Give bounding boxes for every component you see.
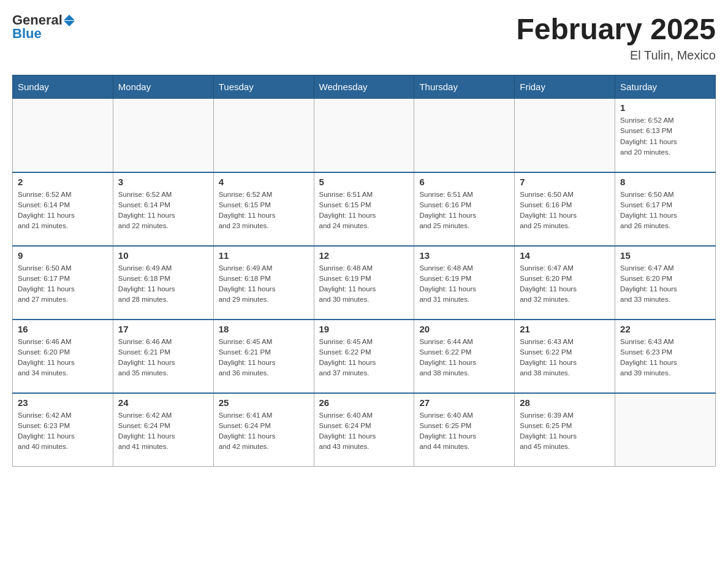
day-number: 10 (118, 250, 208, 261)
calendar-cell: 18Sunrise: 6:45 AM Sunset: 6:21 PM Dayli… (213, 320, 314, 393)
day-info: Sunrise: 6:51 AM Sunset: 6:16 PM Dayligh… (419, 190, 509, 232)
calendar-cell (13, 99, 113, 172)
day-number: 14 (520, 250, 610, 261)
col-monday: Monday (113, 75, 213, 99)
calendar-cell: 20Sunrise: 6:44 AM Sunset: 6:22 PM Dayli… (414, 320, 515, 393)
day-info: Sunrise: 6:48 AM Sunset: 6:19 PM Dayligh… (419, 263, 509, 305)
calendar-cell: 13Sunrise: 6:48 AM Sunset: 6:19 PM Dayli… (414, 246, 515, 320)
calendar-cell: 9Sunrise: 6:50 AM Sunset: 6:17 PM Daylig… (13, 246, 113, 320)
calendar-cell: 10Sunrise: 6:49 AM Sunset: 6:18 PM Dayli… (113, 246, 213, 320)
day-number: 5 (319, 177, 409, 187)
col-sunday: Sunday (13, 75, 113, 99)
calendar-cell: 3Sunrise: 6:52 AM Sunset: 6:14 PM Daylig… (113, 172, 213, 246)
day-info: Sunrise: 6:52 AM Sunset: 6:13 PM Dayligh… (620, 115, 710, 158)
calendar-cell: 1Sunrise: 6:52 AM Sunset: 6:13 PM Daylig… (615, 99, 716, 172)
day-number: 17 (118, 324, 208, 334)
day-info: Sunrise: 6:42 AM Sunset: 6:24 PM Dayligh… (118, 410, 208, 453)
day-info: Sunrise: 6:42 AM Sunset: 6:23 PM Dayligh… (18, 410, 108, 453)
day-number: 2 (18, 177, 108, 187)
day-info: Sunrise: 6:49 AM Sunset: 6:18 PM Dayligh… (219, 263, 309, 305)
day-info: Sunrise: 6:47 AM Sunset: 6:20 PM Dayligh… (620, 263, 710, 305)
day-number: 16 (18, 324, 108, 334)
day-number: 8 (620, 177, 710, 187)
day-info: Sunrise: 6:44 AM Sunset: 6:22 PM Dayligh… (419, 337, 509, 379)
calendar-cell: 23Sunrise: 6:42 AM Sunset: 6:23 PM Dayli… (13, 393, 113, 467)
day-info: Sunrise: 6:43 AM Sunset: 6:23 PM Dayligh… (620, 337, 710, 379)
calendar-cell: 17Sunrise: 6:46 AM Sunset: 6:21 PM Dayli… (113, 320, 213, 393)
day-info: Sunrise: 6:40 AM Sunset: 6:25 PM Dayligh… (419, 410, 509, 453)
calendar-cell: 2Sunrise: 6:52 AM Sunset: 6:14 PM Daylig… (13, 172, 113, 246)
calendar-week-row: 16Sunrise: 6:46 AM Sunset: 6:20 PM Dayli… (13, 320, 716, 393)
day-info: Sunrise: 6:46 AM Sunset: 6:21 PM Dayligh… (118, 337, 208, 379)
calendar-week-row: 1Sunrise: 6:52 AM Sunset: 6:13 PM Daylig… (13, 99, 716, 172)
day-number: 24 (118, 397, 208, 408)
calendar-cell (213, 99, 314, 172)
day-number: 4 (219, 177, 309, 187)
calendar-week-row: 23Sunrise: 6:42 AM Sunset: 6:23 PM Dayli… (13, 393, 716, 467)
day-info: Sunrise: 6:49 AM Sunset: 6:18 PM Dayligh… (118, 263, 208, 305)
calendar-cell (615, 393, 716, 467)
day-number: 9 (18, 250, 108, 261)
day-number: 11 (219, 250, 309, 261)
day-info: Sunrise: 6:45 AM Sunset: 6:22 PM Dayligh… (319, 337, 409, 379)
logo: General Blue (12, 12, 75, 42)
logo-blue: Blue (12, 26, 42, 42)
day-number: 18 (219, 324, 309, 334)
calendar-cell (113, 99, 213, 172)
day-info: Sunrise: 6:43 AM Sunset: 6:22 PM Dayligh… (520, 337, 610, 379)
calendar-cell: 11Sunrise: 6:49 AM Sunset: 6:18 PM Dayli… (213, 246, 314, 320)
calendar-cell (414, 99, 515, 172)
calendar-cell: 21Sunrise: 6:43 AM Sunset: 6:22 PM Dayli… (515, 320, 615, 393)
day-info: Sunrise: 6:41 AM Sunset: 6:24 PM Dayligh… (219, 410, 309, 453)
day-number: 22 (620, 324, 710, 334)
location: El Tulin, Mexico (516, 48, 716, 63)
calendar-cell: 5Sunrise: 6:51 AM Sunset: 6:15 PM Daylig… (314, 172, 414, 246)
calendar-cell: 7Sunrise: 6:50 AM Sunset: 6:16 PM Daylig… (515, 172, 615, 246)
col-wednesday: Wednesday (314, 75, 414, 99)
day-info: Sunrise: 6:50 AM Sunset: 6:16 PM Dayligh… (520, 190, 610, 232)
col-thursday: Thursday (414, 75, 515, 99)
day-number: 21 (520, 324, 610, 334)
calendar-cell (314, 99, 414, 172)
calendar-cell (515, 99, 615, 172)
title-section: February 2025 El Tulin, Mexico (516, 12, 716, 63)
day-number: 19 (319, 324, 409, 334)
day-number: 23 (18, 397, 108, 408)
calendar-week-row: 2Sunrise: 6:52 AM Sunset: 6:14 PM Daylig… (13, 172, 716, 246)
day-number: 13 (419, 250, 509, 261)
calendar-cell: 25Sunrise: 6:41 AM Sunset: 6:24 PM Dayli… (213, 393, 314, 467)
day-info: Sunrise: 6:40 AM Sunset: 6:24 PM Dayligh… (319, 410, 409, 453)
calendar-cell: 12Sunrise: 6:48 AM Sunset: 6:19 PM Dayli… (314, 246, 414, 320)
day-info: Sunrise: 6:45 AM Sunset: 6:21 PM Dayligh… (219, 337, 309, 379)
day-number: 15 (620, 250, 710, 261)
day-number: 1 (620, 102, 710, 113)
day-info: Sunrise: 6:46 AM Sunset: 6:20 PM Dayligh… (18, 337, 108, 379)
calendar-header-row: Sunday Monday Tuesday Wednesday Thursday… (13, 75, 716, 99)
day-info: Sunrise: 6:52 AM Sunset: 6:14 PM Dayligh… (18, 190, 108, 232)
calendar: Sunday Monday Tuesday Wednesday Thursday… (12, 75, 716, 467)
day-info: Sunrise: 6:39 AM Sunset: 6:25 PM Dayligh… (520, 410, 610, 453)
day-info: Sunrise: 6:47 AM Sunset: 6:20 PM Dayligh… (520, 263, 610, 305)
month-title: February 2025 (516, 12, 716, 46)
calendar-cell: 24Sunrise: 6:42 AM Sunset: 6:24 PM Dayli… (113, 393, 213, 467)
day-number: 12 (319, 250, 409, 261)
calendar-cell: 8Sunrise: 6:50 AM Sunset: 6:17 PM Daylig… (615, 172, 716, 246)
day-info: Sunrise: 6:52 AM Sunset: 6:14 PM Dayligh… (118, 190, 208, 232)
col-friday: Friday (515, 75, 615, 99)
calendar-cell: 6Sunrise: 6:51 AM Sunset: 6:16 PM Daylig… (414, 172, 515, 246)
day-number: 26 (319, 397, 409, 408)
calendar-cell: 16Sunrise: 6:46 AM Sunset: 6:20 PM Dayli… (13, 320, 113, 393)
day-number: 27 (419, 397, 509, 408)
day-number: 28 (520, 397, 610, 408)
calendar-cell: 22Sunrise: 6:43 AM Sunset: 6:23 PM Dayli… (615, 320, 716, 393)
day-number: 20 (419, 324, 509, 334)
day-info: Sunrise: 6:50 AM Sunset: 6:17 PM Dayligh… (18, 263, 108, 305)
calendar-cell: 19Sunrise: 6:45 AM Sunset: 6:22 PM Dayli… (314, 320, 414, 393)
day-number: 6 (419, 177, 509, 187)
page-header: General Blue February 2025 El Tulin, Mex… (12, 12, 716, 63)
day-number: 25 (219, 397, 309, 408)
col-tuesday: Tuesday (213, 75, 314, 99)
day-info: Sunrise: 6:48 AM Sunset: 6:19 PM Dayligh… (319, 263, 409, 305)
day-number: 7 (520, 177, 610, 187)
calendar-cell: 27Sunrise: 6:40 AM Sunset: 6:25 PM Dayli… (414, 393, 515, 467)
